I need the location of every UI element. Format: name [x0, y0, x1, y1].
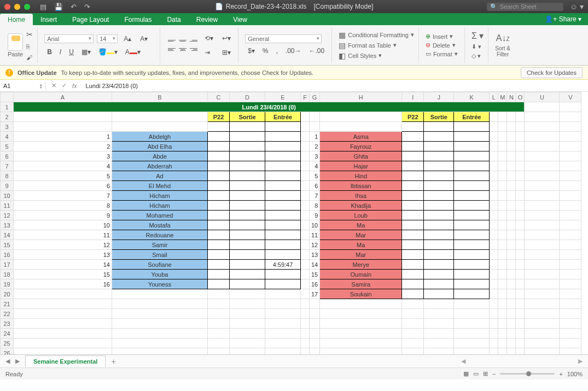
- p22-cell[interactable]: [402, 201, 424, 211]
- cell[interactable]: [507, 319, 516, 329]
- font-size-select[interactable]: 14: [97, 34, 118, 43]
- idx-cell[interactable]: 17: [310, 289, 320, 299]
- idx-cell[interactable]: 4: [14, 161, 112, 171]
- entree-cell[interactable]: [454, 181, 490, 191]
- cell[interactable]: [560, 319, 581, 329]
- tab-formulas[interactable]: Formulas: [117, 14, 159, 25]
- cell[interactable]: [320, 329, 402, 339]
- entree-cell[interactable]: [454, 260, 490, 270]
- tab-view[interactable]: View: [225, 14, 255, 25]
- cell[interactable]: [560, 309, 581, 319]
- autosum-icon[interactable]: Σ ▾: [471, 31, 484, 41]
- row-header[interactable]: 12: [1, 211, 14, 220]
- idx-cell[interactable]: 12: [310, 240, 320, 250]
- name-cell-right[interactable]: Soukain: [320, 289, 402, 299]
- cell[interactable]: [112, 299, 208, 309]
- cell[interactable]: [112, 319, 208, 329]
- cell[interactable]: [516, 348, 525, 355]
- indent-icon[interactable]: ⇥: [202, 47, 216, 58]
- p22-cell[interactable]: [208, 220, 230, 230]
- cell[interactable]: [402, 348, 424, 355]
- entree-cell[interactable]: [265, 191, 301, 201]
- font-name-select[interactable]: Arial: [44, 34, 94, 43]
- underline-button[interactable]: U: [66, 46, 77, 57]
- idx-cell[interactable]: 13: [310, 250, 320, 260]
- tab-home[interactable]: Home: [0, 14, 33, 25]
- align-top-icon[interactable]: [167, 37, 177, 45]
- name-cell-left[interactable]: Soufiane: [112, 260, 208, 270]
- col-header[interactable]: O: [516, 92, 525, 102]
- col-header[interactable]: A: [14, 92, 112, 102]
- cell[interactable]: [560, 339, 581, 348]
- entree-cell[interactable]: [454, 132, 490, 142]
- paste-button[interactable]: Paste: [8, 51, 23, 57]
- conditional-formatting-button[interactable]: ▦Conditional Formatting ▾: [339, 31, 414, 39]
- entree-cell[interactable]: [265, 211, 301, 220]
- sortie-cell[interactable]: [424, 142, 454, 151]
- sheet-next-icon[interactable]: ▶: [15, 358, 20, 365]
- clear-icon[interactable]: ◇ ▾: [471, 52, 484, 60]
- sortie-cell[interactable]: [424, 201, 454, 211]
- p22-cell[interactable]: [402, 171, 424, 181]
- name-cell-right[interactable]: Oumain: [320, 270, 402, 279]
- col-header[interactable]: E: [265, 92, 301, 102]
- idx-cell[interactable]: 16: [310, 279, 320, 289]
- cell[interactable]: [560, 329, 581, 339]
- sortie-cell[interactable]: [424, 161, 454, 171]
- cell[interactable]: [424, 309, 454, 319]
- row-header[interactable]: 21: [1, 299, 14, 309]
- entree-cell[interactable]: [454, 201, 490, 211]
- sortie-cell[interactable]: [424, 151, 454, 161]
- hdr-sortie-left[interactable]: Sortie: [230, 112, 265, 122]
- sortie-cell[interactable]: [230, 201, 265, 211]
- row-header[interactable]: 2: [1, 112, 14, 122]
- cell[interactable]: [507, 309, 516, 319]
- entree-cell[interactable]: [265, 151, 301, 161]
- page-break-view-icon[interactable]: ⊞: [483, 370, 488, 377]
- cell[interactable]: [320, 319, 402, 329]
- cell[interactable]: [498, 299, 507, 309]
- cell[interactable]: [507, 339, 516, 348]
- insert-button[interactable]: ⊕Insert ▾: [426, 33, 460, 40]
- cell[interactable]: [490, 319, 498, 329]
- sortie-cell[interactable]: [230, 171, 265, 181]
- cell[interactable]: [112, 329, 208, 339]
- cell[interactable]: [490, 309, 498, 319]
- percent-icon[interactable]: %: [260, 45, 271, 56]
- cell[interactable]: [208, 348, 230, 355]
- idx-cell[interactable]: 8: [310, 201, 320, 211]
- cell[interactable]: [265, 299, 301, 309]
- sortie-cell[interactable]: [424, 279, 454, 289]
- row-header[interactable]: 23: [1, 319, 14, 329]
- name-cell-right[interactable]: Mar: [320, 250, 402, 260]
- col-header[interactable]: N: [507, 92, 516, 102]
- cell[interactable]: [490, 299, 498, 309]
- sort-filter-icon[interactable]: A↓Z: [495, 33, 510, 43]
- row-header[interactable]: 18: [1, 270, 14, 279]
- idx-cell[interactable]: 9: [310, 211, 320, 220]
- cell[interactable]: [112, 348, 208, 355]
- sortie-cell[interactable]: [424, 240, 454, 250]
- maximize-icon[interactable]: [24, 4, 30, 10]
- p22-cell[interactable]: [402, 270, 424, 279]
- cut-icon[interactable]: ✂: [26, 30, 33, 39]
- row-header[interactable]: 22: [1, 309, 14, 319]
- increase-decimal-icon[interactable]: .00→: [283, 45, 304, 56]
- idx-cell[interactable]: 9: [14, 211, 112, 220]
- name-cell-right[interactable]: Fayrouz: [320, 142, 402, 151]
- page-layout-view-icon[interactable]: ▭: [473, 370, 479, 377]
- cell[interactable]: [265, 319, 301, 329]
- undo-icon[interactable]: ↶: [71, 3, 77, 11]
- name-cell-left[interactable]: Mostafa: [112, 220, 208, 230]
- cell[interactable]: [230, 299, 265, 309]
- name-cell-right[interactable]: Ma: [320, 220, 402, 230]
- name-cell-left[interactable]: Abd Elha: [112, 142, 208, 151]
- close-icon[interactable]: [4, 4, 10, 10]
- cell[interactable]: [402, 319, 424, 329]
- idx-cell[interactable]: 16: [14, 279, 112, 289]
- cell[interactable]: [14, 299, 112, 309]
- cell[interactable]: [525, 309, 560, 319]
- minimize-icon[interactable]: [14, 4, 20, 10]
- select-all[interactable]: [1, 92, 14, 102]
- row-header[interactable]: 7: [1, 161, 14, 171]
